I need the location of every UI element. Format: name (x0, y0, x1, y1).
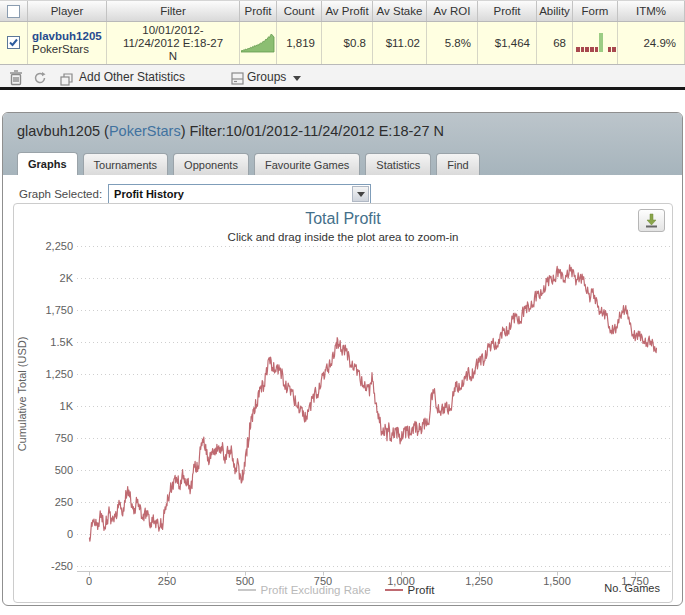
column-header-Filter[interactable]: Filter (107, 1, 240, 21)
tab-graphs[interactable]: Graphs (17, 152, 78, 175)
refresh-icon[interactable] (33, 71, 47, 89)
add-statistics-icon[interactable] (60, 72, 73, 90)
svg-text:Cumulative Total (USD): Cumulative Total (USD) (16, 337, 28, 452)
svg-text:1,250: 1,250 (45, 368, 73, 380)
tab-statistics[interactable]: Statistics (365, 153, 431, 175)
row-checkbox[interactable] (7, 36, 20, 49)
profit-history-chart[interactable]: Total Profit Click and drag inside the p… (13, 203, 673, 603)
tab-opponents[interactable]: Opponents (173, 153, 249, 175)
groups-icon[interactable] (231, 71, 244, 89)
table-toolbar: Add Other Statistics Groups (0, 65, 685, 90)
graph-select-dropdown[interactable]: Profit History (108, 184, 371, 204)
legend-item[interactable]: Profit (408, 584, 435, 596)
x-axis-title: No. Games (604, 582, 660, 594)
filter-cell: 10/01/2012-11/24/2012 E:18-27N (107, 22, 240, 64)
svg-text:0: 0 (67, 528, 73, 540)
column-header-Player[interactable]: Player (28, 1, 107, 21)
tab-favourite-games[interactable]: Favourite Games (254, 153, 360, 175)
chevron-down-icon (357, 192, 365, 197)
column-header-Count[interactable]: Count (277, 1, 322, 21)
player-name[interactable]: glavbuh1205 (32, 30, 106, 43)
svg-text:250: 250 (55, 496, 73, 508)
groups-button[interactable]: Groups (247, 70, 286, 84)
select-all-checkbox[interactable] (7, 5, 20, 18)
legend-dash-0 (238, 589, 256, 591)
column-header-Av ROI[interactable]: Av ROI (427, 1, 478, 21)
panel-title: glavbuh1205 (PokerStars) Filter:10/01/20… (17, 123, 444, 139)
svg-text:1,750: 1,750 (45, 304, 73, 316)
player-cell: glavbuh1205PokerStars (28, 22, 107, 64)
av-profit-cell: $0.8 (322, 22, 373, 64)
av-roi-cell: 5.8% (427, 22, 478, 64)
player-site: PokerStars (32, 43, 106, 56)
add-other-statistics-button[interactable]: Add Other Statistics (79, 70, 185, 84)
select-all-cell[interactable] (0, 1, 28, 21)
tab-bar: GraphsTournamentsOpponentsFavourite Game… (17, 152, 480, 175)
svg-text:500: 500 (55, 464, 73, 476)
column-header-Ability[interactable]: Ability (537, 1, 573, 21)
svg-text:2K: 2K (60, 272, 74, 284)
svg-text:1.5K: 1.5K (50, 336, 73, 348)
legend-item[interactable]: Profit Excluding Rake (261, 584, 371, 596)
tab-find[interactable]: Find (436, 153, 479, 175)
svg-text:2,250: 2,250 (45, 240, 73, 252)
table-row[interactable]: glavbuh1205PokerStars10/01/2012-11/24/20… (0, 22, 685, 65)
svg-text:1K: 1K (60, 400, 74, 412)
count-cell: 1,819 (277, 22, 322, 64)
column-header-Av Profit[interactable]: Av Profit (322, 1, 373, 21)
svg-text:750: 750 (55, 432, 73, 444)
table-header-row: PlayerFilterProfitCountAv ProfitAv Stake… (0, 0, 685, 22)
column-header-Profit[interactable]: Profit (240, 1, 277, 21)
player-detail-panel: glavbuh1205 (PokerStars) Filter:10/01/20… (2, 112, 683, 606)
player-stats-table: PlayerFilterProfitCountAv ProfitAv Stake… (0, 0, 685, 90)
column-header-Profit[interactable]: Profit (478, 1, 537, 21)
form-cell (573, 22, 618, 64)
tab-tournaments[interactable]: Tournaments (83, 153, 169, 175)
column-header-Form[interactable]: Form (573, 1, 618, 21)
delete-icon[interactable] (9, 70, 23, 90)
profit-sparkline-cell (240, 22, 277, 64)
legend-dash-1 (385, 589, 403, 591)
site-link[interactable]: PokerStars (109, 123, 181, 139)
chart-legend: Profit Excluding RakeProfit (14, 584, 672, 596)
dropdown-arrow-button[interactable] (352, 186, 369, 202)
ability-cell: 68 (537, 22, 573, 64)
graph-selected-label: Graph Selected: (19, 188, 102, 200)
panel-header: glavbuh1205 (PokerStars) Filter:10/01/20… (3, 113, 682, 175)
form-sparkline (573, 22, 617, 64)
row-select-cell (0, 22, 28, 64)
av-stake-cell: $11.02 (373, 22, 427, 64)
svg-text:-250: -250 (51, 560, 73, 572)
groups-caret-icon (293, 76, 301, 81)
profit-sparkline (241, 33, 276, 54)
profit-cell: $1,464 (478, 22, 537, 64)
column-header-ITM%[interactable]: ITM% (618, 1, 685, 21)
itm-cell: 24.9% (618, 22, 685, 64)
column-header-Av Stake[interactable]: Av Stake (373, 1, 427, 21)
